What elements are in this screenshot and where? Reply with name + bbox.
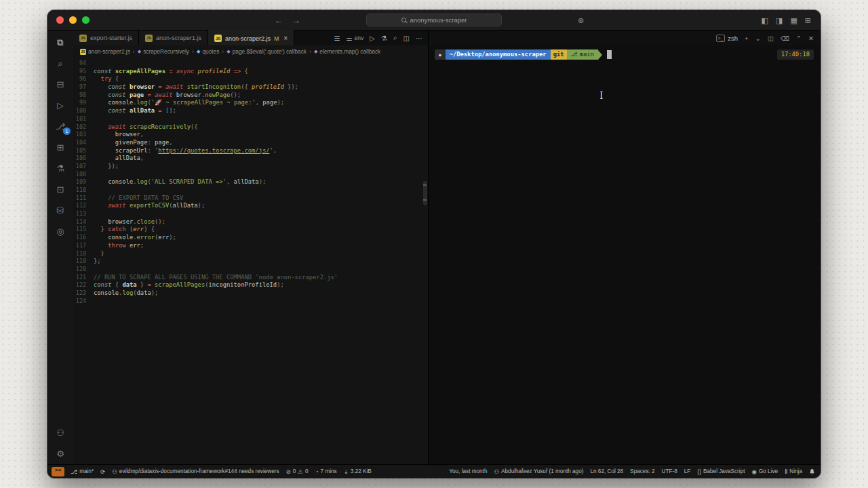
close-window-button[interactable] (56, 16, 64, 24)
remote-explorer-icon[interactable]: ⊡ (47, 179, 73, 200)
breadcrumb-label: quotes (202, 48, 219, 55)
kill-terminal-icon[interactable]: ⌫ (781, 35, 789, 42)
terminal-icon: >_ (716, 35, 726, 42)
more-actions-icon[interactable]: ⋯ (416, 35, 422, 42)
code-line: 116 console.error(err); (73, 234, 428, 242)
powerline-arrow-icon (598, 50, 602, 60)
indentation[interactable]: Spaces: 2 (627, 465, 658, 479)
problems[interactable]: ⊘0⚠0 (283, 465, 312, 479)
env-indicator-icon[interactable]: ⚌env (347, 35, 364, 42)
run-file-icon[interactable]: ▷ (370, 35, 375, 42)
breadcrumb-item-page-eval-quote-callback[interactable]: ◆page.$$eval('.quote') callback (226, 48, 307, 55)
breadcrumb-item-elements-map-callback[interactable]: ◆elements.map() callback (314, 48, 380, 55)
forward-icon[interactable]: → (292, 16, 300, 25)
code-text: const browser = await startIncogniton({ … (94, 83, 298, 92)
terminal[interactable]: ● ~/Desktop/anonymous-scraper git ⎇main … (429, 45, 821, 464)
code-text: console.log('🚀 ~ scrapeAllPages ~ page:'… (94, 99, 284, 107)
source-control-icon[interactable]: ⎇1 (47, 116, 73, 137)
editor-group: JSexport-starter.jsJSanon-scraper1.jsJSa… (73, 30, 429, 464)
line-number: 112 (73, 202, 94, 210)
language-mode-text: Babel JavaScript (703, 468, 745, 474)
code-line: 118 } (73, 250, 428, 258)
new-terminal-icon[interactable]: + (745, 35, 749, 42)
run-file-glyph: ▷ (370, 35, 375, 42)
vscode-window: ← → anonymous-scraper ⊛ ◧◨▦⊞ ⧉⌕⊟▷⎇1⊞⚗⊡⛁◎… (47, 10, 821, 478)
env-indicator-label: env (355, 35, 364, 41)
tab-export-starter-js[interactable]: JSexport-starter.js (73, 30, 139, 45)
prompt-time: 17:40:18 (777, 49, 814, 60)
overview-ruler-mark (423, 199, 427, 201)
terminal-dropdown-icon[interactable]: ⌄ (755, 35, 761, 42)
database-icon[interactable]: ⛁ (47, 200, 73, 221)
file-size[interactable]: ⇣3.22 KiB (340, 465, 375, 479)
minimize-window-button[interactable] (69, 16, 77, 24)
encoding[interactable]: UTF-8 (658, 465, 681, 479)
code-line: 111 // EXPORT DATA TO CSV (73, 195, 428, 203)
beaker-icon[interactable]: ⚗ (381, 35, 387, 42)
eol[interactable]: LF (681, 465, 694, 479)
notifications-bell-icon[interactable] (806, 468, 821, 475)
go-live[interactable]: ◉Go Live (749, 465, 782, 479)
close-tab-icon[interactable]: × (283, 35, 288, 42)
breadcrumb-item-anon-scraper2-js[interactable]: JSanon-scraper2.js (80, 48, 130, 55)
copilot-icon[interactable]: ⊛ (578, 10, 584, 30)
code-line: 96 try { (73, 75, 428, 83)
history-nav: ← → (275, 10, 300, 30)
code-text: try { (94, 75, 119, 83)
tab-anon-scraper2-js[interactable]: JSanon-scraper2.jsM× (208, 30, 294, 45)
breadcrumb-item-scraperecursively[interactable]: ◆scrapeRecursively (138, 48, 189, 55)
command-center-search[interactable]: anonymous-scraper (366, 14, 502, 26)
search-icon[interactable]: ⌕ (47, 53, 73, 74)
git-branch[interactable]: ⎇main* (67, 465, 97, 479)
split-editor-icon[interactable]: ◫ (403, 35, 410, 42)
time-tracker-text: 7 mins (321, 468, 337, 474)
toggle-primary-sidebar-icon[interactable]: ◧ (762, 16, 768, 25)
split-terminal-icon[interactable]: ◫ (768, 35, 774, 42)
search-editor-icon[interactable]: ⌕ (393, 34, 397, 42)
ninja[interactable]: ⅡNinja (781, 465, 806, 479)
line-number: 116 (73, 234, 94, 242)
docker-icon[interactable]: ⊟ (47, 74, 73, 95)
code-line: 104 givenPage: page, (73, 139, 428, 147)
terminal-prompt: ● ~/Desktop/anonymous-scraper git ⎇main (435, 49, 814, 60)
tab-anon-scraper1-js[interactable]: JSanon-scraper1.js (139, 30, 208, 45)
customize-layout-icon[interactable]: ▦ (790, 16, 797, 25)
line-number: 114 (73, 218, 94, 226)
toggle-panel-icon[interactable]: ◨ (776, 16, 783, 25)
code-text: const scrapeAllPages = async profileId =… (94, 68, 248, 76)
code-line: 95const scrapeAllPages = async profileId… (73, 68, 428, 76)
editor-scrollbar[interactable] (422, 58, 428, 464)
code-line: 113 (73, 210, 428, 218)
menu-icon[interactable]: ☰ (334, 35, 340, 42)
language-mode[interactable]: {}Babel JavaScript (694, 465, 748, 479)
run-debug-icon[interactable]: ▷ (47, 95, 73, 116)
code-text: // RUN TO SCRAPE ALL PAGES USING THE COM… (94, 274, 338, 282)
breadcrumb-item-quotes[interactable]: ◆quotes (197, 48, 219, 55)
editor-layout-icon[interactable]: ⊞ (805, 16, 811, 25)
sync-changes[interactable]: ⟳ (97, 465, 108, 479)
code-text: scrapeUrl: 'https://quotes.toscrape.com/… (94, 147, 277, 155)
close-panel-icon[interactable]: ✕ (808, 35, 814, 42)
settings-icon[interactable]: ⚙ (47, 443, 73, 464)
file-size-icon: ⇣ (344, 468, 349, 475)
explorer-icon[interactable]: ⧉ (47, 32, 73, 53)
blame-author[interactable]: ⚇Abdulhafeez Yusuf (1 month ago) (490, 465, 587, 479)
javascript-file-icon: JS (145, 35, 153, 42)
remote-indicator[interactable]: >< (52, 467, 64, 476)
extensions-icon[interactable]: ⊞ (47, 137, 73, 158)
zoom-window-button[interactable] (82, 16, 90, 24)
cursor-position[interactable]: Ln 62, Col 28 (587, 465, 627, 479)
code-editor[interactable]: 9495const scrapeAllPages = async profile… (73, 58, 428, 464)
line-number: 123 (73, 289, 94, 298)
gitlens-icon[interactable]: ◎ (47, 221, 73, 242)
line-number: 103 (73, 131, 94, 139)
time-tracker[interactable]: ◔7 mins (311, 465, 340, 479)
account-icon[interactable]: ⚇ (47, 422, 73, 443)
testing-icon[interactable]: ⚗ (47, 158, 73, 179)
back-icon[interactable]: ← (275, 16, 283, 25)
pr-reviewers[interactable]: ⚇evildmp/diataxis-documentation-framewor… (108, 465, 282, 479)
tabs: JSexport-starter.jsJSanon-scraper1.jsJSa… (73, 30, 294, 45)
terminal-shell-tab[interactable]: >_zsh (716, 35, 738, 42)
blame-recent[interactable]: You, last month (446, 465, 490, 479)
maximize-panel-icon[interactable]: ⌃ (796, 35, 802, 42)
